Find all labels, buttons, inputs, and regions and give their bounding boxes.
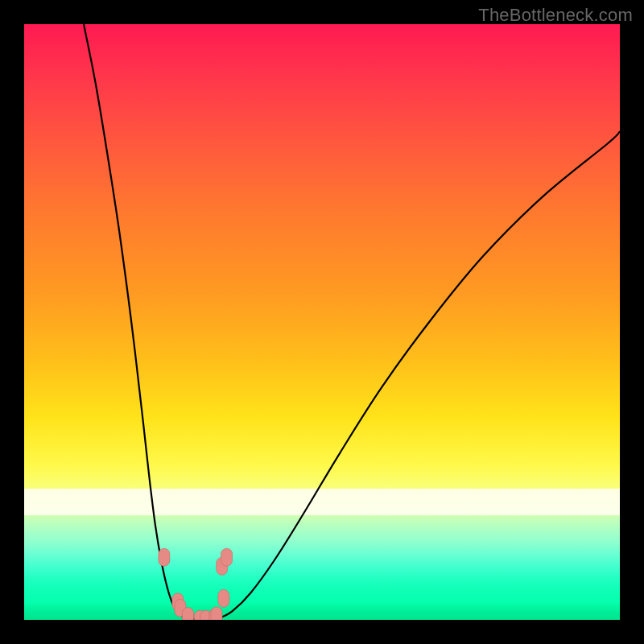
data-marker [211, 607, 222, 620]
watermark-text: TheBottleneck.com [478, 5, 633, 26]
plot-area [24, 24, 620, 620]
bottleneck-curve-path [84, 24, 620, 620]
data-marker [183, 608, 194, 620]
bottleneck-curve-svg [24, 24, 620, 620]
data-marker [221, 548, 233, 566]
data-marker [159, 548, 170, 566]
marker-group [159, 548, 233, 620]
data-marker [218, 589, 229, 607]
chart-container: TheBottleneck.com [0, 0, 644, 644]
